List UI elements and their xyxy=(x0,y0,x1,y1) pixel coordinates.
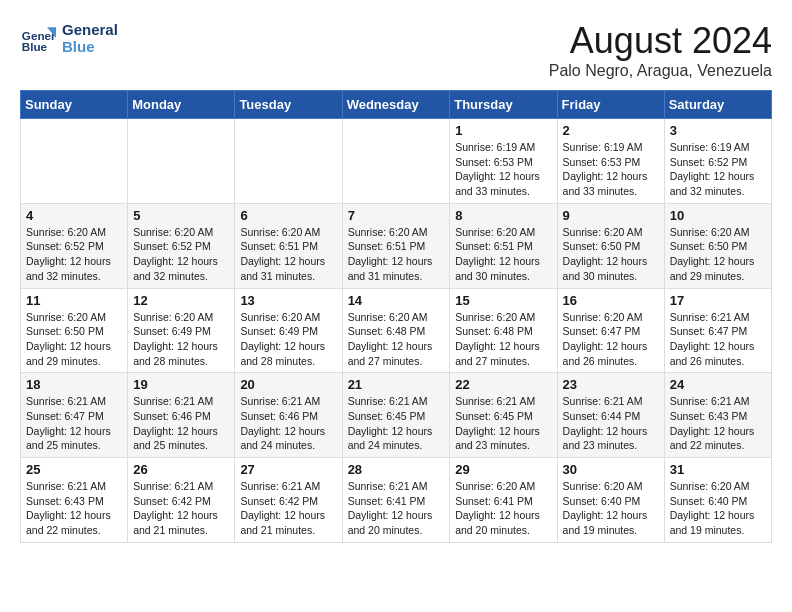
day-number: 13 xyxy=(240,293,336,308)
day-info: Sunrise: 6:20 AM Sunset: 6:47 PM Dayligh… xyxy=(563,310,659,369)
day-number: 25 xyxy=(26,462,122,477)
day-cell: 10Sunrise: 6:20 AM Sunset: 6:50 PM Dayli… xyxy=(664,203,771,288)
day-info: Sunrise: 6:20 AM Sunset: 6:51 PM Dayligh… xyxy=(240,225,336,284)
day-info: Sunrise: 6:20 AM Sunset: 6:52 PM Dayligh… xyxy=(26,225,122,284)
day-cell xyxy=(235,119,342,204)
day-info: Sunrise: 6:20 AM Sunset: 6:51 PM Dayligh… xyxy=(348,225,445,284)
day-number: 31 xyxy=(670,462,766,477)
day-cell: 16Sunrise: 6:20 AM Sunset: 6:47 PM Dayli… xyxy=(557,288,664,373)
day-info: Sunrise: 6:21 AM Sunset: 6:45 PM Dayligh… xyxy=(348,394,445,453)
logo-icon: General Blue xyxy=(20,20,56,56)
day-header-row: SundayMondayTuesdayWednesdayThursdayFrid… xyxy=(21,91,772,119)
day-info: Sunrise: 6:21 AM Sunset: 6:47 PM Dayligh… xyxy=(26,394,122,453)
day-number: 18 xyxy=(26,377,122,392)
day-number: 6 xyxy=(240,208,336,223)
day-number: 24 xyxy=(670,377,766,392)
day-header-monday: Monday xyxy=(128,91,235,119)
header: General Blue General Blue August 2024 Pa… xyxy=(20,20,772,80)
day-header-friday: Friday xyxy=(557,91,664,119)
day-number: 26 xyxy=(133,462,229,477)
day-number: 17 xyxy=(670,293,766,308)
day-cell: 7Sunrise: 6:20 AM Sunset: 6:51 PM Daylig… xyxy=(342,203,450,288)
day-info: Sunrise: 6:21 AM Sunset: 6:43 PM Dayligh… xyxy=(26,479,122,538)
day-info: Sunrise: 6:21 AM Sunset: 6:44 PM Dayligh… xyxy=(563,394,659,453)
day-info: Sunrise: 6:19 AM Sunset: 6:52 PM Dayligh… xyxy=(670,140,766,199)
day-info: Sunrise: 6:20 AM Sunset: 6:51 PM Dayligh… xyxy=(455,225,551,284)
day-info: Sunrise: 6:20 AM Sunset: 6:49 PM Dayligh… xyxy=(240,310,336,369)
logo: General Blue General Blue xyxy=(20,20,118,56)
day-number: 30 xyxy=(563,462,659,477)
title-area: August 2024 Palo Negro, Aragua, Venezuel… xyxy=(549,20,772,80)
day-cell: 26Sunrise: 6:21 AM Sunset: 6:42 PM Dayli… xyxy=(128,458,235,543)
day-info: Sunrise: 6:20 AM Sunset: 6:40 PM Dayligh… xyxy=(670,479,766,538)
day-number: 22 xyxy=(455,377,551,392)
svg-text:Blue: Blue xyxy=(22,40,48,53)
week-row-1: 1Sunrise: 6:19 AM Sunset: 6:53 PM Daylig… xyxy=(21,119,772,204)
day-cell: 28Sunrise: 6:21 AM Sunset: 6:41 PM Dayli… xyxy=(342,458,450,543)
day-cell: 4Sunrise: 6:20 AM Sunset: 6:52 PM Daylig… xyxy=(21,203,128,288)
day-cell: 13Sunrise: 6:20 AM Sunset: 6:49 PM Dayli… xyxy=(235,288,342,373)
day-number: 28 xyxy=(348,462,445,477)
day-cell: 20Sunrise: 6:21 AM Sunset: 6:46 PM Dayli… xyxy=(235,373,342,458)
week-row-5: 25Sunrise: 6:21 AM Sunset: 6:43 PM Dayli… xyxy=(21,458,772,543)
day-cell: 29Sunrise: 6:20 AM Sunset: 6:41 PM Dayli… xyxy=(450,458,557,543)
day-info: Sunrise: 6:20 AM Sunset: 6:52 PM Dayligh… xyxy=(133,225,229,284)
day-cell: 12Sunrise: 6:20 AM Sunset: 6:49 PM Dayli… xyxy=(128,288,235,373)
day-cell: 3Sunrise: 6:19 AM Sunset: 6:52 PM Daylig… xyxy=(664,119,771,204)
day-cell: 30Sunrise: 6:20 AM Sunset: 6:40 PM Dayli… xyxy=(557,458,664,543)
day-number: 29 xyxy=(455,462,551,477)
day-cell: 31Sunrise: 6:20 AM Sunset: 6:40 PM Dayli… xyxy=(664,458,771,543)
day-info: Sunrise: 6:19 AM Sunset: 6:53 PM Dayligh… xyxy=(455,140,551,199)
day-info: Sunrise: 6:20 AM Sunset: 6:50 PM Dayligh… xyxy=(670,225,766,284)
day-cell: 17Sunrise: 6:21 AM Sunset: 6:47 PM Dayli… xyxy=(664,288,771,373)
day-number: 10 xyxy=(670,208,766,223)
day-cell: 2Sunrise: 6:19 AM Sunset: 6:53 PM Daylig… xyxy=(557,119,664,204)
day-info: Sunrise: 6:20 AM Sunset: 6:40 PM Dayligh… xyxy=(563,479,659,538)
day-info: Sunrise: 6:19 AM Sunset: 6:53 PM Dayligh… xyxy=(563,140,659,199)
calendar-body: 1Sunrise: 6:19 AM Sunset: 6:53 PM Daylig… xyxy=(21,119,772,543)
day-cell: 8Sunrise: 6:20 AM Sunset: 6:51 PM Daylig… xyxy=(450,203,557,288)
day-cell xyxy=(21,119,128,204)
day-header-thursday: Thursday xyxy=(450,91,557,119)
day-cell: 23Sunrise: 6:21 AM Sunset: 6:44 PM Dayli… xyxy=(557,373,664,458)
day-number: 2 xyxy=(563,123,659,138)
day-number: 21 xyxy=(348,377,445,392)
day-number: 11 xyxy=(26,293,122,308)
calendar: SundayMondayTuesdayWednesdayThursdayFrid… xyxy=(20,90,772,543)
day-number: 14 xyxy=(348,293,445,308)
day-cell: 21Sunrise: 6:21 AM Sunset: 6:45 PM Dayli… xyxy=(342,373,450,458)
day-number: 7 xyxy=(348,208,445,223)
day-info: Sunrise: 6:21 AM Sunset: 6:47 PM Dayligh… xyxy=(670,310,766,369)
day-info: Sunrise: 6:20 AM Sunset: 6:48 PM Dayligh… xyxy=(455,310,551,369)
calendar-header: SundayMondayTuesdayWednesdayThursdayFrid… xyxy=(21,91,772,119)
day-info: Sunrise: 6:20 AM Sunset: 6:50 PM Dayligh… xyxy=(563,225,659,284)
subtitle: Palo Negro, Aragua, Venezuela xyxy=(549,62,772,80)
week-row-4: 18Sunrise: 6:21 AM Sunset: 6:47 PM Dayli… xyxy=(21,373,772,458)
day-info: Sunrise: 6:20 AM Sunset: 6:48 PM Dayligh… xyxy=(348,310,445,369)
day-header-wednesday: Wednesday xyxy=(342,91,450,119)
day-info: Sunrise: 6:20 AM Sunset: 6:41 PM Dayligh… xyxy=(455,479,551,538)
day-header-tuesday: Tuesday xyxy=(235,91,342,119)
day-number: 15 xyxy=(455,293,551,308)
day-number: 27 xyxy=(240,462,336,477)
week-row-2: 4Sunrise: 6:20 AM Sunset: 6:52 PM Daylig… xyxy=(21,203,772,288)
logo-line1: General xyxy=(62,21,118,38)
day-cell: 6Sunrise: 6:20 AM Sunset: 6:51 PM Daylig… xyxy=(235,203,342,288)
day-number: 1 xyxy=(455,123,551,138)
day-number: 23 xyxy=(563,377,659,392)
day-info: Sunrise: 6:21 AM Sunset: 6:43 PM Dayligh… xyxy=(670,394,766,453)
day-cell: 22Sunrise: 6:21 AM Sunset: 6:45 PM Dayli… xyxy=(450,373,557,458)
main-title: August 2024 xyxy=(549,20,772,62)
day-info: Sunrise: 6:21 AM Sunset: 6:46 PM Dayligh… xyxy=(240,394,336,453)
day-info: Sunrise: 6:20 AM Sunset: 6:49 PM Dayligh… xyxy=(133,310,229,369)
day-number: 3 xyxy=(670,123,766,138)
day-cell: 9Sunrise: 6:20 AM Sunset: 6:50 PM Daylig… xyxy=(557,203,664,288)
day-number: 19 xyxy=(133,377,229,392)
day-header-saturday: Saturday xyxy=(664,91,771,119)
logo-line2: Blue xyxy=(62,38,118,55)
day-info: Sunrise: 6:21 AM Sunset: 6:45 PM Dayligh… xyxy=(455,394,551,453)
week-row-3: 11Sunrise: 6:20 AM Sunset: 6:50 PM Dayli… xyxy=(21,288,772,373)
day-cell: 19Sunrise: 6:21 AM Sunset: 6:46 PM Dayli… xyxy=(128,373,235,458)
day-number: 9 xyxy=(563,208,659,223)
day-info: Sunrise: 6:21 AM Sunset: 6:42 PM Dayligh… xyxy=(133,479,229,538)
